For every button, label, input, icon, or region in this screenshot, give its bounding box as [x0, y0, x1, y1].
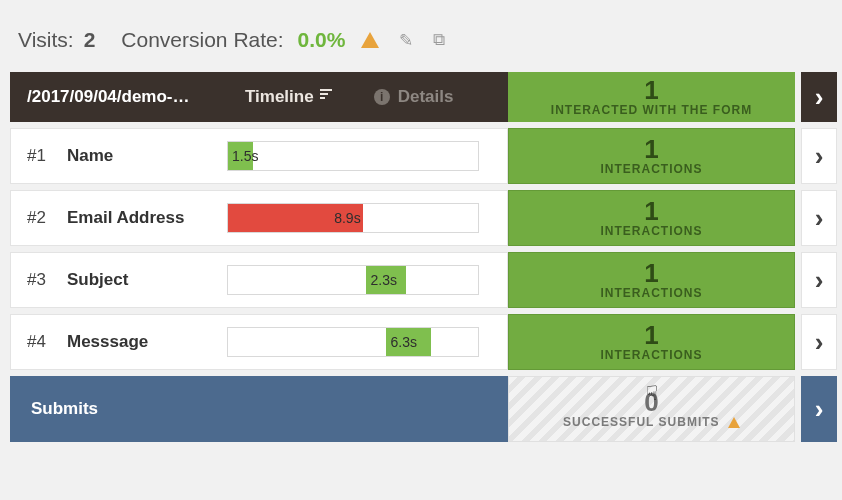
table-row: #4Messsage6.3s1INTERACTIONS›	[10, 314, 832, 370]
submits-count: 0	[644, 389, 658, 415]
interactions-label: INTERACTIONS	[601, 162, 703, 176]
visits-label: Visits:	[18, 28, 74, 52]
interactions-label: INTERACTIONS	[601, 224, 703, 238]
svg-rect-1	[320, 93, 328, 95]
interactions-label: INTERACTIONS	[601, 286, 703, 300]
conversion-rate-label: Conversion Rate:	[121, 28, 283, 52]
interactions-count: 1	[644, 260, 658, 286]
field-label: Messsage	[67, 332, 227, 352]
header-interactions-count: 1	[644, 77, 658, 103]
expand-row-button[interactable]: ›	[801, 128, 837, 184]
row-index: #4	[27, 332, 67, 352]
header-interactions-cell: 1 INTERACTED WITH THE FORM	[508, 72, 795, 122]
interactions-cell: 1INTERACTIONS	[508, 314, 795, 370]
edit-icon[interactable]: ✎	[399, 30, 413, 51]
submits-row: Submits ☟ 0 SUCCESSFUL SUBMITS ›	[10, 376, 832, 442]
timeline-label: Timeline	[245, 87, 314, 107]
timeline-bar: 6.3s	[227, 327, 479, 357]
header-interactions-label: INTERACTED WITH THE FORM	[551, 103, 752, 117]
interactions-count: 1	[644, 136, 658, 162]
timeline-bar: 1.5s	[227, 141, 479, 171]
timeline-value: 8.9s	[334, 210, 360, 226]
table-row: #2Email Address8.9s1INTERACTIONS›	[10, 190, 832, 246]
field-label: Name	[67, 146, 227, 166]
row-index: #3	[27, 270, 67, 290]
expand-row-button[interactable]: ›	[801, 190, 837, 246]
interactions-cell: 1INTERACTIONS	[508, 190, 795, 246]
expand-row-button[interactable]: ›	[801, 252, 837, 308]
conversion-rate-value: 0.0%	[298, 28, 346, 52]
table-header-row: /2017/09/04/demo-… Timeline i Details 1 …	[10, 72, 832, 122]
submits-sub-label: SUCCESSFUL SUBMITS	[563, 415, 740, 429]
interactions-label: INTERACTIONS	[601, 348, 703, 362]
svg-rect-2	[320, 97, 325, 99]
field-label: Email Address	[67, 208, 227, 228]
expand-header-button[interactable]: ›	[801, 72, 837, 122]
export-icon[interactable]: ⧉	[433, 30, 445, 50]
timeline-value: 1.5s	[232, 148, 258, 164]
submits-label: Submits	[31, 399, 98, 419]
timeline-value: 6.3s	[391, 334, 417, 350]
timeline-bar: 8.9s	[227, 203, 479, 233]
warning-icon	[361, 32, 379, 48]
interactions-cell: 1INTERACTIONS	[508, 128, 795, 184]
page-path[interactable]: /2017/09/04/demo-…	[27, 87, 227, 107]
submits-cell[interactable]: ☟ 0 SUCCESSFUL SUBMITS	[508, 376, 795, 442]
table-row: #3Subject2.3s1INTERACTIONS›	[10, 252, 832, 308]
tab-timeline[interactable]: Timeline	[245, 87, 334, 107]
expand-row-button[interactable]: ›	[801, 314, 837, 370]
row-index: #1	[27, 146, 67, 166]
table-row: #1Name1.5s1INTERACTIONS›	[10, 128, 832, 184]
expand-submits-button[interactable]: ›	[801, 376, 837, 442]
interactions-cell: 1INTERACTIONS	[508, 252, 795, 308]
details-label: Details	[398, 87, 454, 107]
svg-rect-0	[320, 89, 332, 91]
timeline-bar: 2.3s	[227, 265, 479, 295]
warning-icon	[728, 417, 740, 428]
interactions-count: 1	[644, 198, 658, 224]
tab-details[interactable]: i Details	[374, 87, 454, 107]
info-icon: i	[374, 89, 390, 105]
sort-icon	[314, 87, 334, 107]
field-label: Subject	[67, 270, 227, 290]
visits-value: 2	[84, 28, 96, 52]
form-analytics-table: /2017/09/04/demo-… Timeline i Details 1 …	[10, 72, 832, 442]
timeline-value: 2.3s	[371, 272, 397, 288]
interactions-count: 1	[644, 322, 658, 348]
row-index: #2	[27, 208, 67, 228]
